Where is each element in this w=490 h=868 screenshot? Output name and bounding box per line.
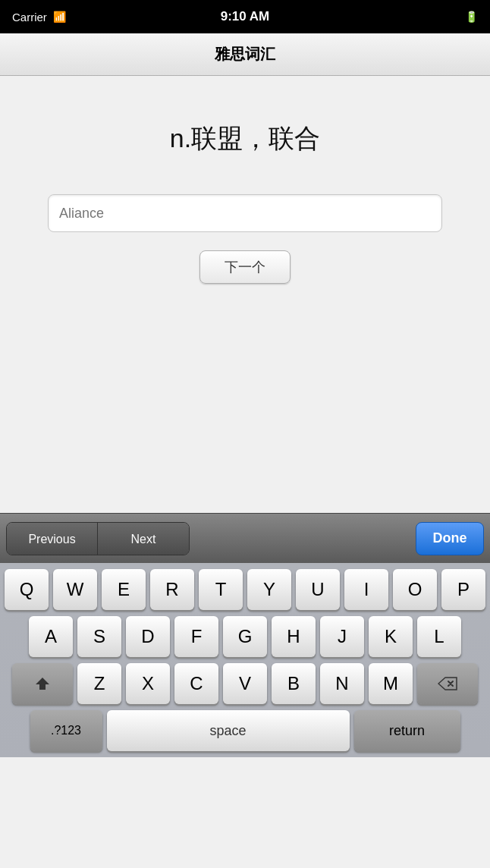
- nav-title: 雅思词汇: [215, 44, 275, 64]
- key-s[interactable]: S: [77, 616, 121, 657]
- key-q[interactable]: Q: [5, 569, 49, 610]
- key-r[interactable]: R: [150, 569, 194, 610]
- status-time: 9:10 AM: [221, 9, 270, 24]
- next-word-button[interactable]: 下一个: [199, 250, 291, 284]
- key-d[interactable]: D: [126, 616, 170, 657]
- key-t[interactable]: T: [199, 569, 243, 610]
- key-c[interactable]: C: [174, 663, 218, 704]
- key-j[interactable]: J: [320, 616, 364, 657]
- key-x[interactable]: X: [126, 663, 170, 704]
- key-g[interactable]: G: [223, 616, 267, 657]
- key-return[interactable]: return: [354, 710, 460, 751]
- key-y[interactable]: Y: [247, 569, 291, 610]
- status-bar: Carrier 📶 9:10 AM 🔋: [0, 0, 490, 33]
- key-b[interactable]: B: [272, 663, 316, 704]
- done-button[interactable]: Done: [416, 522, 484, 555]
- battery-icon: 🔋: [465, 11, 478, 23]
- key-u[interactable]: U: [296, 569, 340, 610]
- key-z[interactable]: Z: [77, 663, 121, 704]
- key-w[interactable]: W: [53, 569, 97, 610]
- nav-bar: 雅思词汇: [0, 33, 490, 76]
- key-v[interactable]: V: [223, 663, 267, 704]
- word-definition: n.联盟，联合: [170, 121, 320, 156]
- key-numbers[interactable]: .?123: [30, 710, 102, 751]
- key-h[interactable]: H: [272, 616, 316, 657]
- key-f[interactable]: F: [174, 616, 218, 657]
- keyboard-row-1: Q W E R T Y U I O P: [3, 569, 487, 610]
- key-m[interactable]: M: [369, 663, 413, 704]
- carrier-label: Carrier: [12, 11, 47, 24]
- wifi-icon: 📶: [53, 11, 66, 23]
- key-i[interactable]: I: [344, 569, 388, 610]
- key-p[interactable]: P: [441, 569, 485, 610]
- key-space[interactable]: space: [107, 710, 350, 751]
- key-e[interactable]: E: [102, 569, 146, 610]
- next-button[interactable]: Next: [98, 523, 189, 555]
- keyboard: Q W E R T Y U I O P A S D F G H J K L Z …: [0, 563, 490, 757]
- keyboard-toolbar: Previous Next Done: [0, 513, 490, 563]
- keyboard-row-4: .?123 space return: [3, 710, 487, 751]
- key-backspace[interactable]: [417, 663, 478, 704]
- key-l[interactable]: L: [417, 616, 461, 657]
- key-o[interactable]: O: [393, 569, 437, 610]
- keyboard-row-3: Z X C V B N M: [3, 663, 487, 704]
- key-k[interactable]: K: [369, 616, 413, 657]
- keyboard-row-2: A S D F G H J K L: [3, 616, 487, 657]
- key-a[interactable]: A: [29, 616, 73, 657]
- previous-button[interactable]: Previous: [7, 523, 98, 555]
- answer-input[interactable]: [48, 194, 442, 232]
- key-n[interactable]: N: [320, 663, 364, 704]
- toolbar-nav-group: Previous Next: [6, 522, 190, 555]
- key-shift[interactable]: [12, 663, 73, 704]
- main-content: n.联盟，联合 下一个: [0, 76, 490, 513]
